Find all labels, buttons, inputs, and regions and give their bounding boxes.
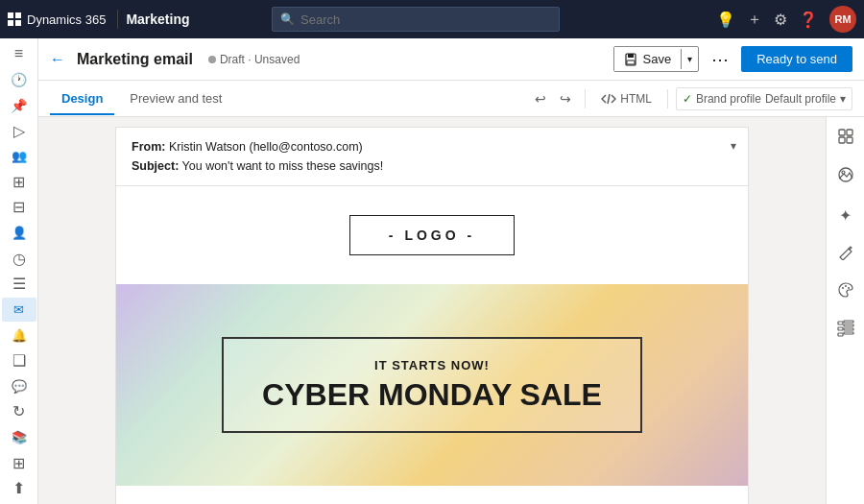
clock-icon: ◷ [12, 250, 26, 268]
sidebar-item-recent[interactable]: 🕐 [2, 68, 36, 92]
sidebar-item-pin[interactable]: 📌 [2, 93, 36, 117]
palette-icon [837, 281, 854, 302]
undo-button[interactable]: ↩ [529, 87, 552, 110]
email-hero-section[interactable]: IT STARTS NOW! CYBER MONDAY SALE [116, 284, 748, 486]
hero-subtitle: IT STARTS NOW! [262, 358, 602, 372]
sidebar-item-play[interactable]: ▷ [2, 119, 36, 143]
app-logo[interactable]: Dynamics 365 [8, 12, 106, 27]
redo-button[interactable]: ↪ [554, 87, 577, 110]
back-button[interactable]: ← [50, 51, 65, 68]
editor-toolbar: Design Preview and test ↩ ↪ HTML ✓ Brand… [38, 81, 864, 117]
sidebar-item-grid[interactable]: ⊞ [2, 451, 36, 475]
sparkle-icon: ✦ [839, 206, 852, 225]
sidebar-item-clock[interactable]: ◷ [2, 247, 36, 271]
from-line: From: Kristin Watson (hello@contoso.com) [132, 137, 732, 156]
chat-icon: 💬 [12, 379, 27, 394]
subject-value: You won't want to miss these savings! [182, 159, 384, 173]
upload-icon: ⬆ [12, 479, 25, 497]
ready-to-send-button[interactable]: Ready to send [741, 46, 852, 72]
help-icon[interactable]: 💡 [716, 11, 735, 29]
sidebar-item-mail[interactable]: ✉ [2, 298, 36, 322]
svg-rect-17 [838, 327, 843, 330]
tab-preview-test[interactable]: Preview and test [118, 84, 233, 115]
html-label: HTML [620, 92, 652, 106]
hero-content-border: IT STARTS NOW! CYBER MONDAY SALE [222, 337, 642, 433]
svg-rect-18 [844, 332, 853, 334]
sidebar-item-list[interactable]: ☰ [2, 272, 36, 296]
hero-gradient-bg: IT STARTS NOW! CYBER MONDAY SALE [116, 284, 748, 486]
filter-icon: ⊟ [12, 198, 25, 216]
page-title: Marketing email [77, 51, 193, 68]
collapse-header-button[interactable]: ▾ [731, 139, 736, 153]
draft-status: Draft · Unsaved [208, 53, 300, 66]
right-panel-palette[interactable] [828, 275, 863, 309]
right-panel-pencil[interactable] [828, 236, 863, 271]
main-content: ← Marketing email Draft · Unsaved Save ▾ [38, 38, 864, 504]
chevron-down-icon: ▾ [840, 92, 846, 106]
right-panel-sparkle[interactable]: ✦ [828, 198, 863, 232]
brand-profile-selector[interactable]: ✓ Brand profile Default profile ▾ [676, 87, 852, 110]
svg-rect-19 [838, 333, 843, 336]
sidebar-item-chat[interactable]: 💬 [2, 374, 36, 398]
right-panel-layout[interactable] [828, 121, 863, 156]
sidebar-item-filter[interactable]: ⊟ [2, 196, 36, 220]
image-icon [837, 166, 854, 187]
svg-rect-7 [847, 137, 852, 143]
svg-rect-16 [844, 328, 853, 330]
email-canvas: From: Kristin Watson (hello@contoso.com)… [38, 117, 826, 504]
person-icon: 👤 [12, 226, 27, 240]
add-icon[interactable]: ＋ [747, 10, 762, 30]
grid-sidebar-icon: ⊞ [12, 454, 25, 472]
right-panel-tree[interactable] [828, 313, 863, 348]
sidebar-item-book[interactable]: 📚 [2, 425, 36, 449]
pin-icon: 📌 [11, 98, 27, 113]
search-input[interactable] [300, 12, 551, 27]
menu-icon: ≡ [14, 45, 23, 62]
sidebar-item-layers[interactable]: ❑ [2, 348, 36, 372]
question-icon[interactable]: ❓ [799, 11, 818, 29]
subject-line: Subject: You won't want to miss these sa… [132, 156, 732, 176]
sidebar-item-person[interactable]: 👤 [2, 221, 36, 245]
sidebar-item-contacts[interactable]: 👥 [2, 144, 36, 168]
svg-rect-15 [844, 324, 853, 326]
save-button[interactable]: Save [614, 47, 682, 71]
html-button[interactable]: HTML [593, 87, 660, 110]
right-panel: ✦ [826, 117, 864, 504]
search-box[interactable]: 🔍 [272, 7, 560, 32]
sidebar-item-menu[interactable]: ≡ [2, 42, 36, 66]
right-panel-image[interactable] [828, 159, 863, 194]
sidebar-item-bell[interactable]: 🔔 [2, 324, 36, 348]
svg-point-9 [842, 171, 845, 174]
from-value: Kristin Watson (hello@contoso.com) [169, 140, 363, 154]
save-button-group: Save ▾ [613, 46, 700, 72]
avatar[interactable]: RM [829, 6, 856, 33]
search-icon: 🔍 [280, 12, 295, 26]
toolbar-icon-group: ↩ ↪ [529, 87, 577, 110]
tab-design[interactable]: Design [50, 84, 114, 115]
layout-icon [837, 128, 854, 149]
nav-actions: 💡 ＋ ⚙ ❓ RM [716, 6, 856, 33]
svg-line-3 [608, 94, 610, 104]
html-code-icon [601, 91, 616, 107]
contacts-icon: 👥 [12, 149, 27, 163]
more-options-button[interactable]: ⋯ [707, 44, 733, 75]
play-icon: ▷ [13, 122, 25, 140]
nav-divider [117, 10, 118, 29]
list-icon: ☰ [12, 275, 26, 293]
app-name-label: Dynamics 365 [27, 12, 106, 27]
sidebar-item-refresh[interactable]: ↻ [2, 400, 36, 424]
settings-icon[interactable]: ⚙ [774, 11, 787, 29]
hero-title: CYBER MONDAY SALE [262, 378, 602, 412]
mail-icon: ✉ [13, 302, 24, 317]
save-label: Save [643, 52, 672, 66]
email-body-canvas: - LOGO - IT STARTS NOW! CYBER MONDAY SAL… [115, 185, 749, 504]
svg-rect-13 [838, 322, 843, 324]
refresh-icon: ↻ [12, 402, 25, 420]
logo-placeholder[interactable]: - LOGO - [349, 215, 515, 255]
save-dropdown-button[interactable]: ▾ [681, 49, 698, 69]
module-label: Marketing [126, 12, 189, 27]
sidebar-item-upload[interactable]: ⬆ [2, 476, 36, 500]
default-profile-label: Default profile [765, 92, 836, 106]
subject-label: Subject: [132, 159, 179, 173]
sidebar-item-stack[interactable]: ⊞ [2, 170, 36, 194]
